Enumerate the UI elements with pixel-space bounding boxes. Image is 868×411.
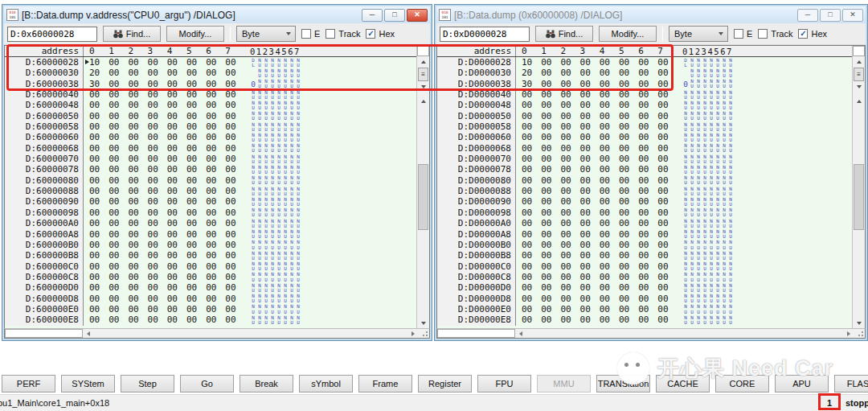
dump-row[interactable]: D:D00000D80000000000000000NUNUNUNUNUNUNU… xyxy=(437,294,852,304)
byte-value[interactable]: 00 xyxy=(600,196,619,207)
byte-value[interactable]: 00 xyxy=(541,196,560,207)
byte-value[interactable]: 00 xyxy=(225,186,244,196)
byte-value[interactable]: 00 xyxy=(225,294,244,304)
byte-value[interactable]: 00 xyxy=(89,175,108,186)
dump-row[interactable]: D:D000003830000000000000000NUNUNUNUNUNUN… xyxy=(437,79,852,89)
byte-value[interactable]: 00 xyxy=(580,100,600,110)
byte-value[interactable]: 00 xyxy=(167,111,186,121)
vertical-scrollbar[interactable]: ≡ xyxy=(416,46,429,328)
byte-value[interactable]: 00 xyxy=(619,240,638,250)
byte-value[interactable]: 00 xyxy=(560,314,579,325)
byte-value[interactable]: 00 xyxy=(186,143,206,154)
byte-value[interactable]: 00 xyxy=(657,143,677,154)
byte-value[interactable]: 00 xyxy=(522,229,541,240)
byte-value[interactable]: 00 xyxy=(128,250,147,261)
byte-value[interactable]: 00 xyxy=(108,294,128,304)
byte-value[interactable]: 00 xyxy=(108,100,128,110)
scroll-up-button[interactable] xyxy=(417,97,429,106)
byte-value[interactable]: 00 xyxy=(167,89,186,100)
byte-value[interactable]: 00 xyxy=(128,100,147,110)
byte-value[interactable]: 00 xyxy=(657,272,677,282)
find-button[interactable]: Find... xyxy=(535,26,593,42)
byte-value[interactable]: 00 xyxy=(560,68,579,78)
checkbox-track[interactable]: Track xyxy=(326,29,360,39)
checkbox-e[interactable]: E xyxy=(734,29,752,39)
byte-value[interactable]: 00 xyxy=(206,250,225,261)
byte-value[interactable]: 00 xyxy=(657,68,677,78)
scroll-down-button[interactable] xyxy=(417,319,429,328)
hex-dump-table[interactable]: address0123456701234567D:D00000281000000… xyxy=(437,46,852,328)
byte-value[interactable]: 00 xyxy=(206,196,225,207)
byte-value[interactable]: 00 xyxy=(89,314,108,325)
byte-value[interactable]: 00 xyxy=(560,294,579,304)
byte-value[interactable]: 00 xyxy=(108,208,128,218)
byte-value[interactable]: 00 xyxy=(657,261,677,272)
cmd-button-symbol[interactable]: sYmbol xyxy=(299,375,353,393)
byte-value[interactable]: 00 xyxy=(225,121,244,132)
vertical-scrollbar[interactable]: ≡ xyxy=(852,46,865,328)
byte-value[interactable]: 00 xyxy=(225,111,244,121)
byte-value[interactable]: 00 xyxy=(580,111,600,121)
byte-value[interactable]: 00 xyxy=(657,79,677,89)
scroll-up-button[interactable] xyxy=(417,57,429,67)
byte-value[interactable]: 00 xyxy=(580,121,600,132)
byte-value[interactable]: 00 xyxy=(89,143,108,154)
byte-value[interactable]: 00 xyxy=(128,186,147,196)
byte-value[interactable]: 00 xyxy=(560,143,579,154)
byte-value[interactable]: 00 xyxy=(580,250,600,261)
byte-value[interactable]: 00 xyxy=(108,282,128,293)
byte-value[interactable]: 00 xyxy=(108,314,128,325)
byte-value[interactable]: 00 xyxy=(522,132,541,142)
byte-value[interactable]: 00 xyxy=(167,314,186,325)
byte-value[interactable]: 00 xyxy=(206,132,225,142)
byte-value[interactable]: 00 xyxy=(522,111,541,121)
dump-row[interactable]: D:D00000580000000000000000NUNUNUNUNUNUNU… xyxy=(437,121,852,132)
byte-value[interactable]: 00 xyxy=(657,250,677,261)
byte-value[interactable]: 00 xyxy=(167,79,186,89)
byte-value[interactable]: 00 xyxy=(128,164,147,175)
byte-value[interactable]: 00 xyxy=(638,154,657,164)
byte-value[interactable]: 00 xyxy=(657,57,677,68)
maximize-button[interactable]: □ xyxy=(820,9,841,22)
byte-value[interactable]: 00 xyxy=(541,143,560,154)
byte-value[interactable]: 00 xyxy=(657,132,677,142)
byte-value[interactable]: 00 xyxy=(128,229,147,240)
byte-value[interactable]: 00 xyxy=(619,68,638,78)
byte-value[interactable]: 00 xyxy=(600,89,619,100)
byte-value[interactable]: 00 xyxy=(89,111,108,121)
byte-value[interactable]: 00 xyxy=(206,57,225,68)
byte-value[interactable]: 00 xyxy=(638,57,657,68)
byte-value[interactable]: 00 xyxy=(560,121,579,132)
byte-value[interactable]: 00 xyxy=(206,314,225,325)
byte-value[interactable]: 00 xyxy=(108,218,128,228)
byte-value[interactable]: 00 xyxy=(167,143,186,154)
dump-row[interactable]: D:D00000B80000000000000000NUNUNUNUNUNUNU… xyxy=(437,250,852,261)
byte-value[interactable]: 00 xyxy=(541,186,560,196)
byte-value[interactable]: 00 xyxy=(206,143,225,154)
byte-value[interactable]: 00 xyxy=(128,282,147,293)
hscroll-track[interactable] xyxy=(526,329,843,338)
dump-row[interactable]: D:D00000980000000000000000NUNUNUNUNUNUNU… xyxy=(437,208,852,218)
cmd-button-go[interactable]: Go xyxy=(180,375,234,393)
cmd-button-core[interactable]: CORE xyxy=(715,375,769,393)
byte-value[interactable]: 00 xyxy=(148,89,167,100)
byte-value[interactable]: 00 xyxy=(167,229,186,240)
cmd-button-cache[interactable]: CACHE xyxy=(656,375,710,393)
byte-value[interactable]: 00 xyxy=(580,240,600,250)
byte-value[interactable]: 00 xyxy=(206,294,225,304)
byte-value[interactable]: 00 xyxy=(148,229,167,240)
byte-value[interactable]: 00 xyxy=(186,175,206,186)
byte-value[interactable]: 00 xyxy=(89,229,108,240)
byte-value[interactable]: 00 xyxy=(541,100,560,110)
dump-row[interactable]: D:D00000A80000000000000000NUNUNUNUNUNUNU… xyxy=(437,229,852,240)
byte-value[interactable]: 00 xyxy=(522,272,541,282)
dump-row[interactable]: D:D00000800000000000000000NUNUNUNUNUNUNU… xyxy=(437,175,852,186)
byte-value[interactable]: 00 xyxy=(128,294,147,304)
byte-value[interactable]: 00 xyxy=(108,240,128,250)
byte-value[interactable]: 00 xyxy=(541,314,560,325)
scrollbar-track[interactable] xyxy=(417,106,429,319)
byte-value[interactable]: 00 xyxy=(522,250,541,261)
byte-value[interactable]: 00 xyxy=(619,294,638,304)
byte-value[interactable]: 00 xyxy=(167,164,186,175)
byte-value[interactable]: 00 xyxy=(89,154,108,164)
